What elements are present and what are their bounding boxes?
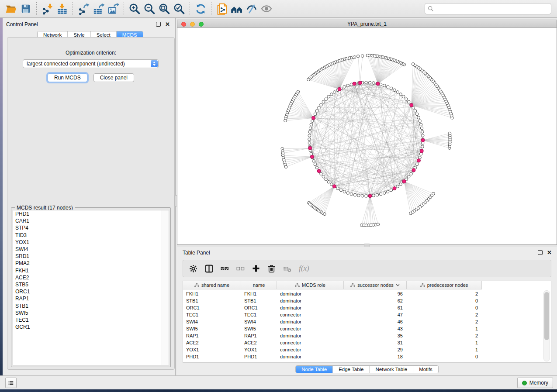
node-table[interactable]: shared namenameMCDS rolesuccessor nodesp… (183, 281, 551, 363)
table-row[interactable]: PHD1PHD1dominator180 (183, 353, 551, 360)
network-leaf-node[interactable] (366, 54, 369, 57)
network-ring-node[interactable] (320, 103, 323, 107)
network-ring-node[interactable] (336, 187, 339, 190)
network-mcds-hub-node[interactable] (332, 185, 336, 188)
mcds-result-item[interactable]: YOX1 (13, 239, 169, 246)
export-network-button[interactable] (76, 1, 91, 16)
network-ring-node[interactable] (333, 91, 336, 94)
network-mcds-hub-node[interactable] (421, 138, 425, 142)
network-ring-node[interactable] (314, 163, 317, 166)
column-header-successor-nodes[interactable]: successor nodes (344, 281, 407, 289)
home-networks-button[interactable] (229, 1, 244, 16)
network-ring-node[interactable] (379, 193, 382, 196)
network-ring-node[interactable] (310, 123, 313, 126)
table-tab-edge-table[interactable]: Edge Table (333, 366, 370, 373)
search-input[interactable] (436, 5, 548, 12)
network-ring-node[interactable] (318, 107, 321, 110)
network-ring-node[interactable] (390, 189, 393, 192)
network-ring-node[interactable] (399, 183, 402, 186)
network-mcds-hub-node[interactable] (312, 116, 315, 120)
network-leaf-node[interactable] (323, 213, 326, 216)
network-mcds-hub-node[interactable] (368, 194, 372, 198)
network-ring-node[interactable] (421, 131, 424, 134)
optimization-criterion-select[interactable]: largest connected component (undirected) (23, 59, 159, 68)
network-ring-node[interactable] (314, 113, 317, 116)
network-ring-node[interactable] (353, 193, 356, 196)
network-ring-node[interactable] (325, 98, 328, 101)
network-ring-node[interactable] (350, 193, 353, 196)
network-mcds-hub-node[interactable] (338, 87, 341, 91)
network-ring-node[interactable] (419, 123, 422, 126)
refresh-button[interactable] (193, 1, 208, 16)
network-ring-node[interactable] (315, 110, 318, 113)
network-mcds-hub-node[interactable] (420, 149, 423, 153)
mcds-result-item[interactable]: STP4 (13, 224, 169, 231)
hide-analysis-button[interactable] (244, 1, 259, 16)
mcds-result-item[interactable]: ORC1 (13, 288, 169, 295)
network-ring-node[interactable] (421, 134, 424, 137)
table-row[interactable]: YOX1YOX1connector291 (183, 346, 551, 353)
network-ring-node[interactable] (390, 87, 393, 90)
table-row[interactable]: ACE2ACE2connector311 (183, 339, 551, 346)
network-ring-node[interactable] (346, 192, 349, 195)
search-field[interactable] (425, 3, 551, 14)
network-ring-node[interactable] (315, 166, 318, 169)
delete-column-button[interactable] (267, 264, 276, 273)
network-mcds-hub-node[interactable] (412, 168, 415, 172)
network-mcds-hub-node[interactable] (376, 82, 380, 86)
network-mcds-hub-node[interactable] (308, 146, 312, 150)
task-history-button[interactable] (5, 378, 17, 388)
network-ring-node[interactable] (419, 120, 422, 123)
network-ring-node[interactable] (407, 175, 410, 178)
network-ring-node[interactable] (405, 98, 408, 101)
network-ring-node[interactable] (327, 95, 330, 98)
table-scrollbar[interactable] (543, 290, 550, 361)
network-leaf-node[interactable] (432, 192, 435, 195)
zoom-in-button[interactable] (127, 1, 142, 16)
mcds-result-item[interactable]: SRD1 (13, 253, 169, 260)
save-session-button[interactable] (18, 1, 33, 16)
network-mcds-hub-node[interactable] (393, 187, 396, 190)
table-row[interactable]: SWI5SWI5connector431 (183, 325, 551, 332)
import-network-button[interactable] (40, 1, 55, 16)
table-row[interactable]: STB1STB1dominator620 (183, 297, 551, 304)
network-ring-node[interactable] (365, 195, 368, 198)
network-ring-node[interactable] (396, 91, 399, 94)
network-ring-node[interactable] (420, 127, 423, 130)
network-window-titlebar[interactable]: YPA_prune.txt_1 (177, 20, 557, 28)
network-ring-node[interactable] (407, 100, 410, 103)
show-analysis-button[interactable] (259, 1, 274, 16)
table-row[interactable]: FKH1FKH1dominator962 (183, 290, 551, 297)
mcds-result-item[interactable]: PHD1 (13, 210, 169, 217)
column-header-predecessor-nodes[interactable]: predecessor nodes (407, 281, 482, 289)
zoom-out-button[interactable] (142, 1, 157, 16)
network-ring-node[interactable] (308, 141, 311, 144)
network-mcds-hub-node[interactable] (317, 169, 321, 173)
network-ring-node[interactable] (312, 159, 315, 162)
network-ring-node[interactable] (311, 120, 314, 123)
column-header-MCDS-role[interactable]: MCDS role (277, 281, 344, 289)
network-ring-node[interactable] (410, 172, 413, 175)
network-ring-node[interactable] (393, 89, 396, 92)
network-ring-node[interactable] (368, 81, 371, 84)
network-leaf-node[interactable] (356, 55, 360, 58)
network-ring-node[interactable] (325, 178, 328, 181)
network-ring-node[interactable] (415, 113, 419, 116)
network-leaf-node[interactable] (448, 132, 451, 135)
network-leaf-node[interactable] (361, 55, 364, 58)
network-ring-node[interactable] (372, 194, 375, 197)
mcds-result-item[interactable]: PMA2 (13, 260, 169, 267)
network-ring-node[interactable] (386, 190, 389, 193)
network-ring-node[interactable] (309, 127, 312, 130)
run-mcds-button[interactable]: Run MCDS (48, 73, 87, 82)
network-leaf-node[interactable] (412, 63, 415, 66)
table-tab-motifs[interactable]: Motifs (413, 366, 438, 373)
mcds-result-item[interactable]: FKH1 (13, 267, 169, 274)
add-column-button[interactable] (252, 265, 260, 272)
network-ring-node[interactable] (308, 131, 311, 134)
network-leaf-node[interactable] (284, 165, 287, 168)
network-ring-node[interactable] (386, 86, 389, 89)
import-table-button[interactable] (55, 1, 69, 16)
table-tab-network-table[interactable]: Network Table (370, 366, 414, 373)
mcds-result-item[interactable]: GCR1 (13, 323, 169, 330)
